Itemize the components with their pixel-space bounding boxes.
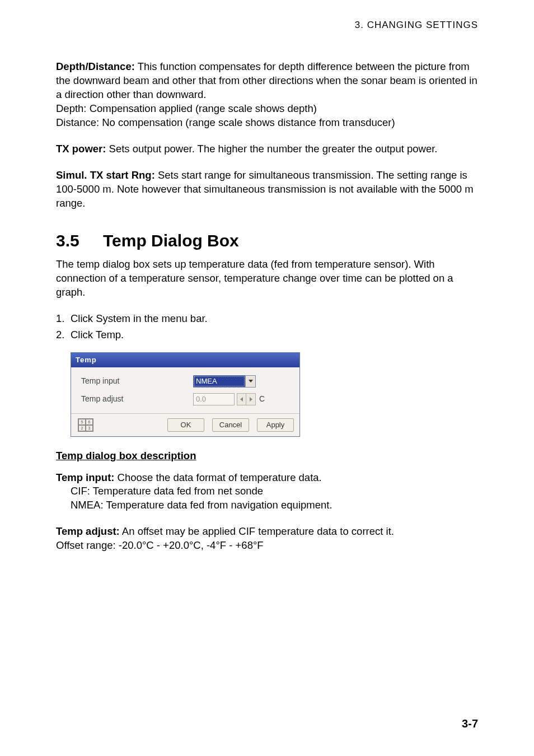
temp-dialog: Temp Temp input NMEA Temp adjust 0.0 C [71, 352, 300, 437]
ok-button[interactable]: OK [167, 418, 204, 432]
label-depth-distance: Depth/Distance: [56, 60, 135, 72]
steps-list: 1.Click System in the menu bar. 2.Click … [56, 312, 478, 342]
para-temp-input-desc: Temp input: Choose the data format of te… [56, 471, 478, 513]
temp-adjust-input[interactable]: 0.0 [193, 393, 235, 405]
dialog-titlebar: Temp [71, 353, 299, 367]
temp-input-value: NMEA [194, 376, 245, 387]
para-simul-tx: Simul. TX start Rng: Sets start range fo… [56, 169, 478, 211]
temp-adjust-spinner [237, 393, 256, 405]
keypad-icon[interactable]: 56 23 [78, 418, 93, 432]
step-item: 2.Click Temp. [56, 328, 478, 342]
section-number: 3.5 [56, 230, 103, 253]
para-temp-adjust-desc: Temp adjust: An offset may be applied CI… [56, 525, 478, 553]
text-cif: CIF: Temperature data fed from net sonde [56, 485, 263, 497]
apply-button[interactable]: Apply [257, 418, 294, 432]
dialog-body: Temp input NMEA Temp adjust 0.0 C [71, 367, 299, 414]
page-header: 3. CHANGING SETTINGS [56, 19, 478, 32]
step-text: Click System in the menu bar. [71, 312, 208, 324]
temp-adjust-value: 0.0 [194, 394, 234, 405]
text-offset-range: Offset range: -20.0°C - +20.0°C, -4°F - … [56, 539, 264, 551]
cancel-button[interactable]: Cancel [212, 418, 249, 432]
label-temp-input: Temp input [81, 376, 193, 386]
step-number: 1. [56, 312, 71, 326]
chevron-right-icon [250, 397, 252, 402]
row-temp-adjust: Temp adjust 0.0 C [81, 393, 289, 405]
chevron-left-icon [240, 397, 243, 402]
label-temp-adjust-desc: Temp adjust: [56, 525, 120, 537]
spinner-increment[interactable] [246, 393, 256, 405]
text-nmea: NMEA: Temperature data fed from navigati… [56, 499, 332, 511]
text-temp-adjust-desc: An offset may be applied CIF temperature… [120, 525, 394, 537]
step-text: Click Temp. [71, 329, 124, 340]
keypad-cell: 2 [78, 425, 86, 431]
chevron-down-icon [249, 380, 253, 382]
label-tx-power: TX power: [56, 143, 106, 155]
section-title: Temp Dialog Box [103, 231, 239, 250]
dialog-footer: 56 23 OK Cancel Apply [71, 414, 299, 436]
dropdown-button[interactable] [245, 376, 255, 387]
keypad-cell: 5 [78, 419, 86, 425]
keypad-cell: 6 [86, 419, 93, 425]
dialog-figure: Temp Temp input NMEA Temp adjust 0.0 C [71, 352, 478, 437]
label-simul-tx: Simul. TX start Rng: [56, 169, 155, 181]
section-heading: 3.5Temp Dialog Box [56, 230, 478, 253]
para-depth-distance: Depth/Distance: This function compensate… [56, 60, 478, 130]
para-tx-power: TX power: Sets output power. The higher … [56, 142, 478, 156]
label-temp-adjust: Temp adjust [81, 394, 193, 404]
text-tx-power: Sets output power. The higher the number… [106, 143, 437, 155]
text-temp-input-desc: Choose the data format of temperature da… [114, 472, 321, 483]
text-distance-line: Distance: No compensation (range scale s… [56, 116, 395, 128]
step-item: 1.Click System in the menu bar. [56, 312, 478, 326]
step-number: 2. [56, 328, 71, 342]
label-temp-input-desc: Temp input: [56, 472, 114, 483]
page-number: 3-7 [462, 716, 478, 731]
subheading-description: Temp dialog box description [56, 449, 478, 463]
row-temp-input: Temp input NMEA [81, 375, 289, 388]
text-depth-line: Depth: Compensation applied (range scale… [56, 102, 317, 114]
keypad-cell: 3 [86, 425, 93, 431]
spinner-decrement[interactable] [237, 393, 246, 405]
temp-input-select[interactable]: NMEA [193, 375, 256, 388]
temp-adjust-unit: C [259, 394, 265, 404]
section-intro: The temp dialog box sets up temperature … [56, 258, 478, 300]
